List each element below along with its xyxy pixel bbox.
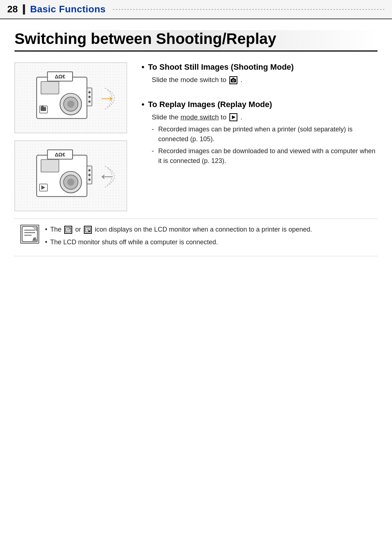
page-title: Switching between Shooting/Replay [15, 30, 377, 52]
replay-period: . [241, 113, 242, 121]
images-column: ΔΩ€ [15, 62, 127, 211]
text-column: • To Shoot Still Images (Shooting Mode) … [142, 62, 377, 211]
replay-sub-bullets: Recorded images can be printed when a pr… [152, 125, 377, 166]
replay-body-text: Slide the mode switch to [152, 113, 228, 121]
svg-text:→: → [98, 87, 116, 108]
svg-marker-37 [232, 115, 236, 119]
replay-body: Slide the mode switch to . [152, 112, 377, 123]
svg-text:←: ← [98, 165, 116, 186]
svg-point-14 [88, 96, 90, 98]
svg-text:A: A [32, 237, 36, 242]
svg-point-31 [88, 179, 90, 181]
sub-bullet-2: Recorded images can be downloaded to and… [152, 146, 377, 166]
svg-point-8 [67, 101, 74, 108]
replay-title-text: To Replay Images (Replay Mode) [148, 100, 272, 109]
note-bullet-2: • The LCD monitor shuts off while a comp… [45, 237, 372, 247]
svg-rect-10 [41, 107, 46, 111]
svg-point-36 [233, 80, 234, 81]
sub-bullet-1-text: Recorded images can be printed when a pr… [158, 126, 352, 143]
header-divider [23, 4, 25, 15]
shoot-body-text: Slide the mode switch to [152, 76, 228, 83]
camera-mode-icon [229, 76, 237, 84]
sub-bullet-1: Recorded images can be printed when a pr… [152, 125, 377, 144]
page-number: 28 [7, 4, 18, 15]
shoot-title: • To Shoot Still Images (Shooting Mode) [142, 62, 377, 72]
printer-icon-1 [64, 226, 72, 234]
printer-icon-2 [84, 226, 92, 234]
svg-rect-5 [41, 81, 59, 94]
replay-title: • To Replay Images (Replay Mode) [142, 100, 377, 109]
note-bullet-1: • The or [45, 225, 372, 234]
svg-text:ΔΩ€: ΔΩ€ [55, 74, 65, 79]
shoot-section: • To Shoot Still Images (Shooting Mode) … [142, 62, 377, 85]
note-bullet-dot-2: • [45, 237, 47, 247]
bullet-dot-2: • [142, 100, 144, 109]
svg-point-30 [88, 174, 90, 176]
shoot-body: Slide the mode switch to . [152, 75, 377, 85]
svg-text:ΔΩ€: ΔΩ€ [55, 152, 65, 158]
note-content: • The or [45, 225, 372, 250]
svg-marker-34 [232, 78, 234, 79]
note-bullet-dot-1: • [45, 225, 47, 234]
svg-rect-44 [66, 228, 71, 232]
content-row: ΔΩ€ [15, 62, 377, 211]
page-header: 28 Basic Functions [0, 0, 392, 19]
note-bullet-2-text: The LCD monitor shuts off while a comput… [50, 237, 218, 247]
note-section: A • The [15, 219, 377, 256]
main-content: Switching between Shooting/Replay [0, 19, 392, 271]
svg-point-13 [88, 91, 90, 93]
play-mode-icon [229, 113, 237, 121]
shooting-mode-diagram: ΔΩ€ [15, 62, 127, 133]
svg-point-29 [88, 169, 90, 171]
replay-mode-diagram: ΔΩ€ ← [15, 140, 127, 211]
shoot-title-text: To Shoot Still Images (Shooting Mode) [148, 62, 294, 72]
svg-point-15 [88, 101, 90, 103]
svg-rect-22 [41, 159, 59, 172]
section-title: Basic Functions [30, 4, 106, 15]
shoot-period: . [241, 76, 242, 83]
replay-section: • To Replay Images (Replay Mode) Slide t… [142, 100, 377, 168]
svg-point-25 [67, 179, 74, 186]
note-bullet-1-text: The or [50, 225, 312, 234]
svg-rect-51 [88, 230, 90, 232]
sub-bullet-2-text: Recorded images can be downloaded to and… [158, 147, 375, 164]
bullet-dot-1: • [142, 62, 144, 72]
note-icon: A [20, 225, 39, 244]
